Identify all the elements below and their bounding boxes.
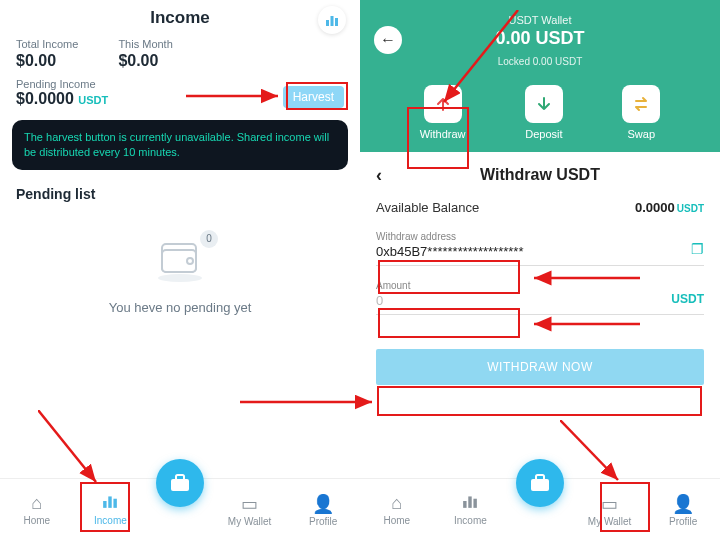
empty-state: 0 You heve no pending yet xyxy=(0,210,360,478)
fab-button[interactable] xyxy=(156,459,204,507)
bar-chart-icon xyxy=(82,493,138,514)
nav-income[interactable]: Income xyxy=(82,493,138,526)
income-screen: Income Total Income $0.00 This Month $0.… xyxy=(0,0,360,540)
total-income: Total Income $0.00 xyxy=(16,38,78,70)
withdraw-title: Withdraw USDT xyxy=(480,166,600,184)
bottom-nav: ⌂Home Income ▭My Wallet 👤Profile xyxy=(0,478,360,540)
home-icon: ⌂ xyxy=(369,493,425,514)
wallet-icon: ▭ xyxy=(582,493,638,515)
amount-field[interactable]: Amount 0 USDT xyxy=(376,276,704,315)
back-chevron[interactable]: ‹ xyxy=(376,165,382,186)
nav-wallet[interactable]: ▭My Wallet xyxy=(222,493,278,527)
wallet-empty-icon xyxy=(152,236,208,282)
nav-profile[interactable]: 👤Profile xyxy=(295,493,351,527)
svg-rect-0 xyxy=(326,20,329,26)
arrow-up-icon xyxy=(434,95,452,113)
svg-rect-13 xyxy=(469,496,472,507)
briefcase-icon xyxy=(530,474,550,492)
withdraw-address-value: 0xb45B7******************* xyxy=(376,242,691,259)
arrow-down-icon xyxy=(535,95,553,113)
wallet-locked: Locked 0.00 USDT xyxy=(498,56,583,67)
action-withdraw[interactable]: Withdraw xyxy=(420,85,466,140)
empty-text: You heve no pending yet xyxy=(109,300,252,315)
wallet-label: USDT Wallet xyxy=(402,14,678,26)
wallet-icon: ▭ xyxy=(222,493,278,515)
wallet-balance: 0.00 USDT xyxy=(402,28,678,49)
svg-rect-1 xyxy=(331,16,334,26)
profile-icon: 👤 xyxy=(295,493,351,515)
nav-wallet[interactable]: ▭My Wallet xyxy=(582,493,638,527)
home-icon: ⌂ xyxy=(9,493,65,514)
arrow-left-icon: ← xyxy=(380,31,396,49)
action-deposit[interactable]: Deposit xyxy=(525,85,563,140)
svg-point-3 xyxy=(158,274,202,282)
svg-rect-2 xyxy=(335,18,338,26)
svg-rect-14 xyxy=(474,499,477,508)
back-button[interactable]: ← xyxy=(374,26,402,54)
stats-icon-button[interactable] xyxy=(318,6,346,34)
pending-list-header: Pending list xyxy=(0,178,360,210)
briefcase-icon xyxy=(170,474,190,492)
available-balance: Available Balance 0.0000USDT xyxy=(376,194,704,227)
svg-rect-7 xyxy=(104,501,107,508)
copy-icon[interactable]: ❐ xyxy=(691,241,704,259)
nav-home[interactable]: ⌂Home xyxy=(9,493,65,526)
svg-rect-5 xyxy=(162,250,196,272)
pending-income: Pending Income $0.0000 USDT xyxy=(16,78,108,108)
harvest-button[interactable]: Harvest xyxy=(283,86,344,108)
nav-income[interactable]: Income xyxy=(442,493,498,526)
page-title: Income xyxy=(0,8,360,28)
fab-button[interactable] xyxy=(516,459,564,507)
amount-placeholder: 0 xyxy=(376,291,671,308)
svg-rect-8 xyxy=(109,496,112,507)
svg-rect-16 xyxy=(536,475,544,480)
wallet-header: ← USDT Wallet 0.00 USDT Locked 0.00 USDT… xyxy=(360,0,720,152)
svg-rect-11 xyxy=(176,475,184,480)
empty-count-badge: 0 xyxy=(200,230,218,248)
bar-chart-icon xyxy=(442,493,498,514)
nav-profile[interactable]: 👤Profile xyxy=(655,493,711,527)
amount-suffix: USDT xyxy=(671,292,704,308)
bottom-nav: ⌂Home Income ▭My Wallet 👤Profile xyxy=(360,478,720,540)
info-banner: The harvest button is currently unavaila… xyxy=(12,120,348,170)
month-income: This Month $0.00 xyxy=(118,38,172,70)
withdraw-address-field[interactable]: Withdraw address 0xb45B7****************… xyxy=(376,227,704,266)
withdraw-screen: ← USDT Wallet 0.00 USDT Locked 0.00 USDT… xyxy=(360,0,720,540)
svg-rect-12 xyxy=(464,501,467,508)
bar-chart-icon xyxy=(325,13,339,27)
nav-home[interactable]: ⌂Home xyxy=(369,493,425,526)
profile-icon: 👤 xyxy=(655,493,711,515)
withdraw-now-button[interactable]: WITHDRAW NOW xyxy=(376,349,704,385)
swap-icon xyxy=(632,95,650,113)
svg-rect-9 xyxy=(114,499,117,508)
action-swap[interactable]: Swap xyxy=(622,85,660,140)
